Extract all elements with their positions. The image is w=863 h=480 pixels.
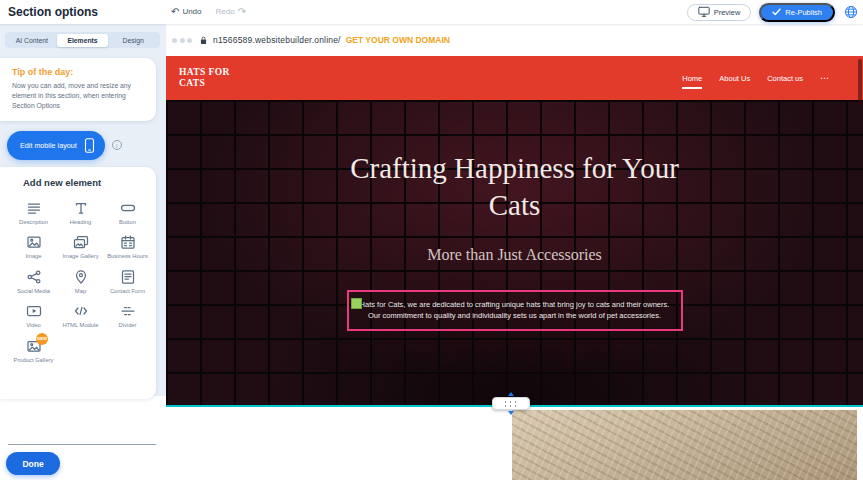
hero-body-text: Hats for Cats, we are dedicated to craft… [360,300,670,321]
site-header: HATS FOR CATS Home About Us Contact us ⋯ [166,56,863,100]
hero-subheading[interactable]: More than Just Accessories [427,246,602,264]
element-video[interactable]: Video [10,298,57,330]
grip-dots-icon [503,400,519,408]
nav-home[interactable]: Home [682,74,702,83]
redo-icon: ↷ [238,8,246,16]
republish-label: Re-Publish [785,8,822,17]
republish-button[interactable]: Re-Publish [759,3,835,22]
undo-icon: ↶ [171,8,179,16]
divider-icon [120,303,136,319]
mobile-phone-icon [84,138,95,153]
site-logo[interactable]: HATS FOR CATS [179,67,231,89]
html-module-icon [73,303,89,319]
hero-section[interactable]: Crafting Happiness for Your Cats More th… [166,100,863,405]
sidebar-tabs: AI Content Elements Design [5,32,160,48]
business-hours-icon [120,234,136,250]
tip-title: Tip of the day: [12,67,146,77]
window-dot [180,38,185,43]
redo-button[interactable]: Redo ↷ [216,7,247,16]
resize-up-arrow-icon [508,392,514,396]
tip-of-the-day-card: Tip of the day: Now you can add, move an… [0,58,156,121]
edit-mobile-row: Edit mobile layout i [7,131,166,160]
nav-contact-us[interactable]: Contact us [767,74,803,83]
element-contact-form[interactable]: Contact Form [104,264,151,296]
edit-mobile-label: Edit mobile layout [20,141,77,150]
website-builder-app: Section options ↶ Undo Redo ↷ Preview [0,0,863,480]
window-dot [172,38,177,43]
element-button[interactable]: Button [104,195,151,227]
nav-more-button[interactable]: ⋯ [820,73,829,83]
element-product-gallery[interactable]: NEW Product Gallery [10,333,57,365]
language-globe-button[interactable] [843,5,858,20]
resize-grip-pill [492,397,530,410]
add-element-panel: Add new element Description Heading Butt… [0,167,156,399]
new-badge: NEW [36,333,48,345]
button-icon [120,200,136,216]
check-icon [772,8,781,16]
element-map[interactable]: Map [57,264,104,296]
element-grid: Description Heading Button Image Image G… [0,195,156,365]
element-description[interactable]: Description [10,195,57,227]
done-button[interactable]: Done [6,452,60,475]
tab-ai-content[interactable]: AI Content [7,34,58,47]
topbar-actions: Preview Re-Publish [687,2,858,22]
heading-icon [73,200,89,216]
tab-design[interactable]: Design [108,34,159,47]
tip-body: Now you can add, move and resize any ele… [12,81,146,111]
social-media-icon [26,269,42,285]
monitor-icon [698,6,710,18]
map-pin-icon [73,269,89,285]
element-drag-handle[interactable] [351,298,362,309]
browser-bar: n1566589.websitebuilder.online/ GET YOUR… [166,24,863,56]
scrollbar-thumb[interactable] [858,59,862,104]
undo-label: Undo [182,7,201,16]
redo-label: Redo [216,7,235,16]
element-image[interactable]: Image [10,229,57,261]
tab-elements[interactable]: Elements [57,34,108,47]
nav-about-us[interactable]: About Us [719,74,750,83]
preview-label: Preview [714,8,741,17]
next-section-image[interactable] [512,410,857,480]
window-dots [172,38,192,43]
site-url[interactable]: n1566589.websitebuilder.online/ [213,35,341,45]
element-heading[interactable]: Heading [57,195,104,227]
get-domain-link[interactable]: GET YOUR OWN DOMAIN [346,35,450,45]
info-icon[interactable]: i [112,140,122,150]
sidebar-divider [8,444,156,445]
contact-form-icon [120,269,136,285]
image-icon [26,234,42,250]
add-element-title: Add new element [23,177,156,188]
image-gallery-icon [73,234,89,250]
description-icon [26,200,42,216]
globe-icon [844,5,858,19]
lock-icon [199,35,208,46]
element-business-hours[interactable]: Business Hours [104,229,151,261]
site-nav: Home About Us Contact us ⋯ [682,73,829,83]
element-image-gallery[interactable]: Image Gallery [57,229,104,261]
topbar: Section options ↶ Undo Redo ↷ Preview [0,0,863,24]
preview-canvas: n1566589.websitebuilder.online/ GET YOUR… [166,24,863,480]
history-controls: ↶ Undo Redo ↷ [171,7,246,16]
element-html-module[interactable]: HTML Module [57,298,104,330]
preview-button[interactable]: Preview [687,4,752,21]
element-divider[interactable]: Divider [104,298,151,330]
video-icon [26,303,42,319]
edit-mobile-layout-button[interactable]: Edit mobile layout [7,131,105,160]
hero-text-block-selected[interactable]: Hats for Cats, we are dedicated to craft… [347,290,683,331]
hero-heading[interactable]: Crafting Happiness for Your Cats [340,150,690,224]
page-title: Section options [8,5,98,19]
section-resize-handle[interactable] [489,392,533,418]
element-social-media[interactable]: Social Media [10,264,57,296]
window-dot [187,38,192,43]
sidebar: AI Content Elements Design Tip of the da… [0,24,166,480]
resize-down-arrow-icon [508,411,514,415]
preview-scrollbar [857,56,863,480]
undo-button[interactable]: ↶ Undo [171,7,202,16]
